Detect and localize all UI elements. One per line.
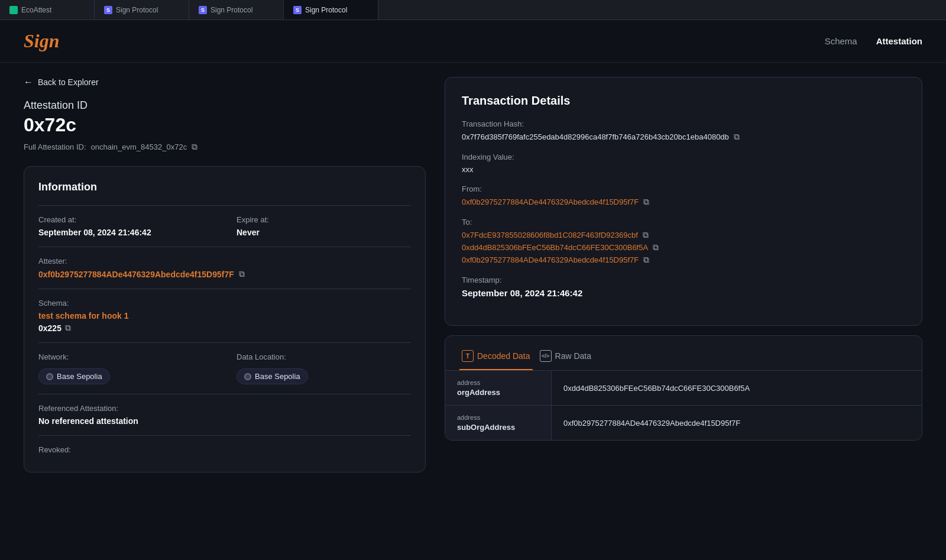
divider-5 xyxy=(38,394,411,394)
divider-4 xyxy=(38,342,411,343)
from-value[interactable]: 0xf0b2975277884ADe4476329Abedcde4f15D95f… xyxy=(462,198,639,206)
network-badge: Base Sepolia xyxy=(38,368,110,384)
attester-label: Attester: xyxy=(38,257,411,266)
to-value-3[interactable]: 0xf0b2975277884ADe4476329Abedcde4f15D95f… xyxy=(462,255,639,264)
decoded-key-type-2: address xyxy=(457,414,539,421)
schema-id-row: 0x225 ⧉ xyxy=(38,323,411,333)
decoded-val-1: 0xdd4dB825306bFEeC56Bb74dcC66FE30C300B6f… xyxy=(563,384,750,393)
divider-2 xyxy=(38,247,411,247)
attestation-id-label: Attestation ID xyxy=(24,99,426,112)
schema-id: 0x225 xyxy=(38,323,61,333)
right-column: Transaction Details Transaction Hash: 0x… xyxy=(445,77,922,472)
tx-hash-value: 0x7f76d385f769fafc255edab4d82996ca48f7fb… xyxy=(462,132,729,141)
full-id-label: Full Attestation ID: xyxy=(24,143,86,151)
divider-1 xyxy=(38,205,411,206)
network-label: Network: xyxy=(38,352,213,361)
tab-sign2[interactable]: S Sign Protocol xyxy=(189,0,284,20)
from-value-row: 0xf0b2975277884ADe4476329Abedcde4f15D95f… xyxy=(462,197,905,207)
timestamp-value: September 08, 2024 21:46:42 xyxy=(462,288,905,298)
to-label: To: xyxy=(462,218,905,226)
indexing-label: Indexing Value: xyxy=(462,153,905,161)
to-value-row-2: 0xdd4dB825306bFEeC56Bb74dcC66FE30C300B6f… xyxy=(462,242,905,253)
attestation-id-value: 0x72c xyxy=(24,114,426,136)
tab-raw-data[interactable]: </> Raw Data xyxy=(537,345,594,370)
transaction-title: Transaction Details xyxy=(462,94,905,108)
back-arrow-icon: ← xyxy=(24,77,33,88)
schema-name[interactable]: test schema for hook 1 xyxy=(38,311,411,321)
logo[interactable]: Sign xyxy=(24,30,59,52)
copy-schema-id-icon[interactable]: ⧉ xyxy=(65,323,71,333)
network-dot-icon xyxy=(46,373,53,380)
from-field: From: 0xf0b2975277884ADe4476329Abedcde4f… xyxy=(462,184,905,207)
main-content: ← Back to Explorer Attestation ID 0x72c … xyxy=(0,63,946,487)
attester-value[interactable]: 0xf0b2975277884ADe4476329Abedcde4f15D95f… xyxy=(38,270,234,279)
tab-favicon-sign3: S xyxy=(293,6,302,14)
raw-data-tab-label: Raw Data xyxy=(555,351,591,361)
transaction-details-card: Transaction Details Transaction Hash: 0x… xyxy=(445,77,922,326)
data-location-value: Base Sepolia xyxy=(255,372,300,381)
tab-ecoa[interactable]: EcoAttest xyxy=(0,0,95,20)
nav-link-schema[interactable]: Schema xyxy=(825,36,857,46)
revoked-row: Revoked: xyxy=(38,445,411,454)
to-value-row-1: 0x7FdcE937855028606f8bd1C082F463fD92369c… xyxy=(462,230,905,240)
tab-label-sign2: Sign Protocol xyxy=(210,6,252,14)
data-location-label: Data Location: xyxy=(237,352,411,361)
copy-from-icon[interactable]: ⧉ xyxy=(643,197,649,207)
tab-favicon-sign2: S xyxy=(199,6,207,14)
tx-hash-row: 0x7f76d385f769fafc255edab4d82996ca48f7fb… xyxy=(462,132,905,142)
data-location-badge: Base Sepolia xyxy=(237,368,308,384)
indexing-value: xxx xyxy=(462,165,905,174)
decoded-key-cell-1: address orgAddress xyxy=(445,371,552,405)
copy-to-2-icon[interactable]: ⧉ xyxy=(653,242,659,253)
browser-tabs-bar: EcoAttest S Sign Protocol S Sign Protoco… xyxy=(0,0,946,20)
nav-link-attestation[interactable]: Attestation xyxy=(876,36,922,46)
left-column: ← Back to Explorer Attestation ID 0x72c … xyxy=(24,77,426,472)
decoded-val-2: 0xf0b2975277884ADe4476329Abedcde4f15D95f… xyxy=(563,419,740,428)
tab-label-ecoa: EcoAttest xyxy=(21,6,51,14)
data-location-dot-icon xyxy=(244,373,251,380)
to-value-2[interactable]: 0xdd4dB825306bFEeC56Bb74dcC66FE30C300B6f… xyxy=(462,243,648,252)
divider-3 xyxy=(38,289,411,289)
tx-hash-label: Transaction Hash: xyxy=(462,119,905,128)
tab-label-sign1: Sign Protocol xyxy=(116,6,158,14)
nav-links: Schema Attestation xyxy=(825,36,922,46)
expire-value: Never xyxy=(237,228,411,237)
copy-tx-hash-icon[interactable]: ⧉ xyxy=(734,132,740,142)
navbar: Sign Schema Attestation xyxy=(0,20,946,63)
from-label: From: xyxy=(462,184,905,193)
created-field: Created at: September 08, 2024 21:46:42 xyxy=(38,215,213,237)
copy-full-id-icon[interactable]: ⧉ xyxy=(192,142,197,152)
decoded-val-cell-1: 0xdd4dB825306bFEeC56Bb74dcC66FE30C300B6f… xyxy=(552,371,922,405)
created-expire-row: Created at: September 08, 2024 21:46:42 … xyxy=(38,215,411,237)
created-value: September 08, 2024 21:46:42 xyxy=(38,228,213,237)
copy-attester-icon[interactable]: ⧉ xyxy=(239,269,245,279)
copy-to-3-icon[interactable]: ⧉ xyxy=(643,255,649,265)
tab-decoded-data[interactable]: T Decoded Data xyxy=(459,345,533,370)
tab-sign1[interactable]: S Sign Protocol xyxy=(95,0,189,20)
decoded-data-tab-icon: T xyxy=(462,350,474,362)
decoded-tabs-bar: T Decoded Data </> Raw Data xyxy=(445,336,922,371)
timestamp-label: Timestamp: xyxy=(462,276,905,284)
decoded-table: address orgAddress 0xdd4dB825306bFEeC56B… xyxy=(445,371,922,440)
network-value: Base Sepolia xyxy=(57,372,102,381)
attester-value-row: 0xf0b2975277884ADe4476329Abedcde4f15D95f… xyxy=(38,269,411,279)
back-to-explorer-link[interactable]: ← Back to Explorer xyxy=(24,77,426,88)
expire-field: Expire at: Never xyxy=(237,215,411,237)
decoded-key-type-1: address xyxy=(457,379,539,386)
schema-row: Schema: test schema for hook 1 0x225 ⧉ xyxy=(38,299,411,333)
decoded-val-cell-2: 0xf0b2975277884ADe4476329Abedcde4f15D95f… xyxy=(552,406,922,440)
indexing-value-field: Indexing Value: xxx xyxy=(462,153,905,174)
decoded-key-name-2: subOrgAddress xyxy=(457,423,539,432)
tab-favicon-sign1: S xyxy=(104,6,112,14)
copy-to-1-icon[interactable]: ⧉ xyxy=(643,230,649,240)
attester-row: Attester: 0xf0b2975277884ADe4476329Abedc… xyxy=(38,257,411,279)
tab-label-sign3: Sign Protocol xyxy=(305,6,347,14)
created-label: Created at: xyxy=(38,215,213,224)
expire-label: Expire at: xyxy=(237,215,411,224)
revoked-label: Revoked: xyxy=(38,445,411,454)
to-value-1[interactable]: 0x7FdcE937855028606f8bd1C082F463fD92369c… xyxy=(462,231,638,239)
decoded-data-card: T Decoded Data </> Raw Data address orgA… xyxy=(445,335,922,441)
referenced-attestation-row: Referenced Attestation: No referenced at… xyxy=(38,404,411,426)
referenced-value: No referenced attestation xyxy=(38,416,411,426)
tab-sign3[interactable]: S Sign Protocol xyxy=(284,0,378,20)
